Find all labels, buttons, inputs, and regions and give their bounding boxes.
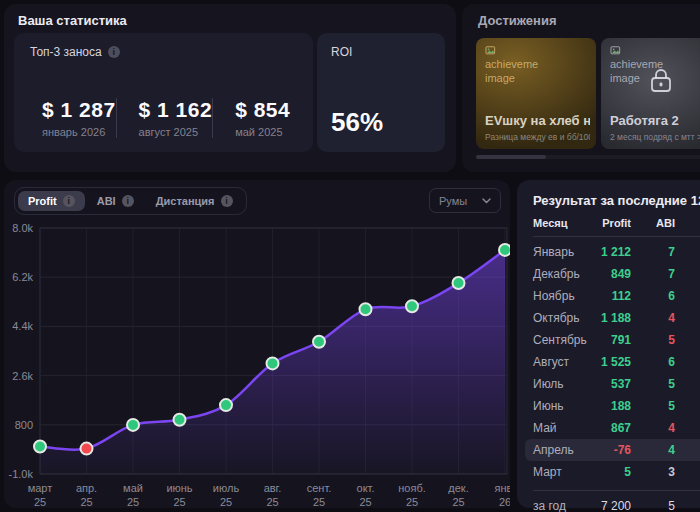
- svg-text:июнь: июнь: [166, 482, 192, 494]
- tab-дистанция[interactable]: Дистанцияi: [146, 191, 243, 211]
- table-rows: Январь1 2127Декабрь8497Ноябрь1126Октябрь…: [533, 241, 700, 483]
- achievements-title: Достижения: [478, 13, 556, 28]
- achievement-name: Работяга 2: [610, 113, 700, 128]
- info-icon[interactable]: i: [122, 195, 134, 207]
- top3-card: Топ-3 заноса i $ 1 287январь 2026$ 1 162…: [14, 33, 313, 152]
- svg-text:6.2k: 6.2k: [12, 271, 33, 283]
- table-row[interactable]: Ноябрь1126: [533, 285, 700, 307]
- chevron-down-icon: [482, 198, 491, 204]
- chart-point[interactable]: [406, 300, 418, 312]
- stats-title: Ваша статистика: [18, 13, 127, 28]
- svg-text:25: 25: [34, 496, 46, 508]
- total-abi: 5: [631, 499, 675, 512]
- achievement-description: Разница между ев и бб/100 ...: [485, 132, 590, 142]
- rooms-dropdown-value: Румы: [439, 195, 467, 207]
- chart-point[interactable]: [127, 419, 139, 431]
- info-icon[interactable]: i: [108, 46, 120, 58]
- svg-text:янв.: янв.: [495, 482, 510, 494]
- total-row: за год 7 200 5: [533, 495, 700, 512]
- info-icon[interactable]: i: [221, 195, 233, 207]
- table-row[interactable]: Сентябрь7915: [533, 329, 700, 351]
- svg-text:нояб.: нояб.: [398, 482, 426, 494]
- top3-label-row: Топ-3 заноса i: [30, 45, 297, 59]
- lock-icon: [648, 66, 674, 98]
- achievement-card[interactable]: achieveme imageРаботяга 22 месяц подряд …: [601, 38, 700, 149]
- chart-point[interactable]: [499, 244, 510, 256]
- results-table-title: Результат за последние 12 месяцев: [533, 193, 700, 208]
- table-row[interactable]: Июль5375: [533, 373, 700, 395]
- top3-label: Топ-3 заноса: [30, 45, 102, 59]
- col-month: Месяц: [533, 217, 589, 229]
- svg-text:800: 800: [15, 419, 33, 431]
- svg-text:25: 25: [359, 496, 371, 508]
- svg-text:апр.: апр.: [76, 482, 97, 494]
- chart-point[interactable]: [34, 441, 46, 453]
- table-row[interactable]: Март53: [533, 461, 700, 483]
- divider: [533, 236, 700, 237]
- svg-text:-1.0k: -1.0k: [9, 468, 34, 480]
- svg-text:май: май: [123, 482, 143, 494]
- svg-text:25: 25: [127, 496, 139, 508]
- chart-panel: ProfitiABIiДистанцияi Румы 8.0k6.2k4.4k2…: [4, 180, 510, 508]
- table-row[interactable]: Январь1 2127: [533, 241, 700, 263]
- svg-text:25: 25: [313, 496, 325, 508]
- col-profit: Profit: [589, 217, 631, 229]
- top3-item: $ 1 162август 2025: [116, 98, 213, 138]
- svg-text:2.6k: 2.6k: [12, 370, 33, 382]
- profit-chart: 8.0k6.2k4.4k2.6k800-1.0kмарт25апр.25май2…: [4, 220, 510, 508]
- tab-abi[interactable]: ABIi: [87, 191, 144, 211]
- chart-point[interactable]: [313, 336, 325, 348]
- scrollbar-thumb[interactable]: [476, 155, 546, 159]
- svg-text:25: 25: [266, 496, 278, 508]
- total-label: за год: [533, 499, 589, 512]
- top3-item: $ 1 287январь 2026: [30, 98, 116, 138]
- rooms-dropdown[interactable]: Румы: [429, 188, 501, 213]
- col-abi: ABI: [631, 217, 675, 229]
- svg-text:июль: июль: [213, 482, 240, 494]
- achievement-name: EVшку на хлеб н...: [485, 113, 590, 128]
- roi-card: ROI 56%: [317, 33, 445, 152]
- chart-point[interactable]: [220, 399, 232, 411]
- svg-text:сент.: сент.: [307, 482, 332, 494]
- chart-point[interactable]: [453, 277, 465, 289]
- chart-point[interactable]: [360, 303, 372, 315]
- svg-text:дек.: дек.: [448, 482, 468, 494]
- achievements-scrollbar[interactable]: [476, 155, 700, 159]
- table-row[interactable]: Декабрь8497: [533, 263, 700, 285]
- info-icon[interactable]: i: [63, 195, 75, 207]
- svg-text:8.0k: 8.0k: [12, 222, 33, 234]
- svg-text:25: 25: [220, 496, 232, 508]
- chart-point[interactable]: [267, 357, 279, 369]
- svg-text:март: март: [28, 482, 53, 494]
- achievements-panel: Достижения achieveme imageEVшку на хлеб …: [462, 4, 700, 172]
- results-table-panel: Результат за последние 12 месяцев Месяц …: [517, 180, 700, 508]
- total-profit: 7 200: [589, 499, 631, 512]
- achievement-card[interactable]: achieveme imageEVшку на хлеб н...Разница…: [476, 38, 596, 149]
- table-row[interactable]: Июнь1885: [533, 395, 700, 417]
- svg-text:4.4k: 4.4k: [12, 320, 33, 332]
- chart-tabs: ProfitiABIiДистанцияi: [14, 187, 247, 215]
- table-row[interactable]: Май8674: [533, 417, 700, 439]
- svg-text:25: 25: [173, 496, 185, 508]
- svg-text:25: 25: [406, 496, 418, 508]
- stats-panel: Ваша статистика Топ-3 заноса i $ 1 287ян…: [4, 4, 456, 172]
- table-row[interactable]: Август1 5256: [533, 351, 700, 373]
- divider: [533, 490, 700, 491]
- broken-image-icon: achieveme image: [485, 46, 557, 86]
- table-header: Месяц Profit ABI: [533, 217, 700, 229]
- achievement-description: 2 месяц подряд с мтт >= 40: [610, 132, 700, 142]
- achievement-cards: achieveme imageEVшку на хлеб н...Разница…: [476, 38, 700, 149]
- svg-text:25: 25: [452, 496, 464, 508]
- svg-text:26: 26: [499, 496, 510, 508]
- svg-text:авг.: авг.: [264, 482, 282, 494]
- table-row[interactable]: Октябрь1 1884: [533, 307, 700, 329]
- top3-values: $ 1 287январь 2026$ 1 162август 2025$ 85…: [30, 98, 297, 140]
- chart-point[interactable]: [81, 443, 93, 455]
- svg-text:окт.: окт.: [357, 482, 375, 494]
- roi-value: 56%: [331, 107, 431, 140]
- chart-point[interactable]: [174, 414, 186, 426]
- stats-cards: Топ-3 заноса i $ 1 287январь 2026$ 1 162…: [14, 33, 445, 152]
- tab-profit[interactable]: Profiti: [18, 191, 85, 211]
- top3-item: $ 854май 2025: [212, 98, 297, 138]
- table-row[interactable]: Апрель-764: [525, 439, 700, 461]
